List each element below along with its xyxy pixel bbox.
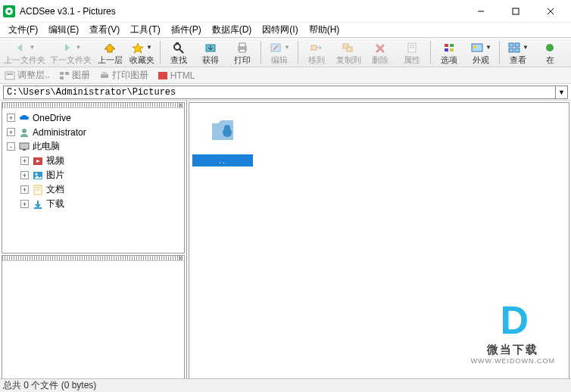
video-icon xyxy=(32,155,44,167)
props-icon xyxy=(405,40,419,55)
toolbar-fav-button[interactable]: ▼收藏夹 xyxy=(126,39,158,66)
expand-toggle[interactable]: + xyxy=(20,171,29,179)
svg-rect-30 xyxy=(509,48,513,52)
tree-node-video[interactable]: +视频 xyxy=(4,154,183,168)
options-icon xyxy=(442,40,456,55)
toolbar-fwd-button: ▼下一文件夹 xyxy=(48,39,94,66)
close-icon[interactable]: × xyxy=(178,101,183,110)
svg-rect-23 xyxy=(450,44,454,47)
preview-panel-grip[interactable]: × xyxy=(2,256,184,261)
svg-point-1 xyxy=(8,10,11,13)
subtool-1[interactable]: 图册 xyxy=(59,69,90,82)
expand-toggle[interactable]: + xyxy=(20,200,29,208)
svg-rect-33 xyxy=(5,72,14,79)
file-list-pane[interactable]: .. D 微当下载 WWW.WEIDOWN.COM xyxy=(189,102,569,384)
toolbar-move-button: 移到 xyxy=(301,39,332,66)
tree-panel-grip[interactable]: × xyxy=(2,103,184,108)
tree-node-dl[interactable]: +下载 xyxy=(4,197,183,211)
toolbar-delete-button: 删除 xyxy=(364,39,396,66)
pics-icon xyxy=(32,170,44,182)
delete-icon xyxy=(373,40,387,55)
menu-f[interactable]: 文件(F) xyxy=(3,22,43,38)
svg-point-46 xyxy=(36,173,38,175)
subtool-3[interactable]: HTML xyxy=(158,70,195,81)
copy-icon xyxy=(342,40,355,55)
close-button[interactable] xyxy=(533,0,568,23)
svg-rect-8 xyxy=(176,42,179,44)
tree-node-pc[interactable]: -此电脑 xyxy=(4,139,183,154)
fwd-icon: ▼ xyxy=(61,40,82,55)
svg-rect-26 xyxy=(472,44,482,51)
thumb-caption: .. xyxy=(192,154,253,166)
tree-node-user[interactable]: +Administrator xyxy=(4,125,183,139)
toolbar-back-button: ▼上一文件夹 xyxy=(2,39,48,66)
menu-v[interactable]: 查看(V) xyxy=(84,22,125,38)
expand-toggle[interactable]: + xyxy=(7,114,15,122)
maximize-button[interactable] xyxy=(498,0,533,23)
expand-toggle[interactable]: - xyxy=(7,142,15,151)
svg-point-32 xyxy=(546,44,554,51)
menu-d[interactable]: 数据库(D) xyxy=(207,22,257,38)
watermark: D 微当下载 WWW.WEIDOWN.COM xyxy=(471,297,555,365)
menu-i[interactable]: 因特网(I) xyxy=(257,22,303,38)
menu-h[interactable]: 帮助(H) xyxy=(304,22,345,38)
path-input[interactable] xyxy=(3,86,556,99)
app-icon xyxy=(3,5,15,17)
toolbar-props-button: 属性 xyxy=(396,39,428,66)
status-text: 总共 0 个文件 (0 bytes) xyxy=(3,379,96,392)
toolbar-options-button[interactable]: 选项 xyxy=(433,39,465,66)
expand-toggle[interactable]: + xyxy=(7,128,15,136)
svg-rect-36 xyxy=(65,72,69,75)
svg-rect-31 xyxy=(515,48,520,52)
window-title: ACDSee v3.1 - Pictures xyxy=(20,6,463,17)
toolbar-find-button[interactable]: 查找 xyxy=(163,39,195,66)
svg-point-41 xyxy=(22,129,27,133)
toolbar-view-button[interactable]: ▼外观 xyxy=(465,39,497,66)
svg-rect-43 xyxy=(23,149,26,151)
svg-rect-11 xyxy=(239,43,245,47)
svg-point-27 xyxy=(473,45,476,48)
close-icon[interactable]: × xyxy=(178,254,183,263)
edit-icon: ▼ xyxy=(269,40,290,55)
path-dropdown[interactable]: ▼ xyxy=(556,86,568,99)
subtool-2[interactable]: 打印图册 xyxy=(99,69,148,82)
tree-node-docs[interactable]: +文档 xyxy=(4,182,183,197)
toolbar-slide-button[interactable]: ▼查看 xyxy=(502,39,534,66)
svg-rect-25 xyxy=(450,48,454,51)
svg-rect-42 xyxy=(20,143,29,149)
parent-folder-item[interactable]: .. xyxy=(192,106,253,166)
svg-rect-3 xyxy=(513,8,519,14)
move-icon xyxy=(310,40,323,55)
user-icon xyxy=(18,126,30,138)
toolbar-at-button[interactable]: 在 xyxy=(534,39,566,66)
svg-rect-16 xyxy=(347,47,352,51)
tree-node-onedrive[interactable]: +OneDrive xyxy=(4,110,183,125)
onedrive-icon xyxy=(18,112,30,124)
svg-point-52 xyxy=(224,125,230,131)
toolbar-copy-button: 复制到 xyxy=(332,39,364,66)
find-icon xyxy=(172,40,186,55)
expand-toggle[interactable]: + xyxy=(20,185,29,194)
expand-toggle[interactable]: + xyxy=(20,157,29,165)
subtool-0[interactable]: 调整层.. xyxy=(5,69,50,82)
svg-rect-12 xyxy=(239,49,245,52)
toolbar-acquire-button[interactable]: 获得 xyxy=(195,39,226,66)
view-icon: ▼ xyxy=(470,40,491,55)
fav-icon: ▼ xyxy=(131,40,152,55)
menu-e[interactable]: 编辑(E) xyxy=(43,22,84,38)
toolbar-print-button[interactable]: 打印 xyxy=(226,39,258,66)
menu-p[interactable]: 插件(P) xyxy=(166,22,207,38)
up-icon xyxy=(103,40,117,55)
toolbar-up-button[interactable]: 上一层 xyxy=(94,39,126,66)
menu-t[interactable]: 工具(T) xyxy=(125,22,165,38)
tree-node-pics[interactable]: +图片 xyxy=(4,168,183,182)
svg-rect-24 xyxy=(445,48,448,51)
folder-up-icon xyxy=(192,106,253,153)
svg-rect-39 xyxy=(102,72,107,75)
svg-rect-40 xyxy=(158,72,167,79)
at-icon xyxy=(543,40,557,55)
minimize-button[interactable] xyxy=(463,0,498,23)
pc-icon xyxy=(18,141,30,153)
toolbar-edit-button: ▼编辑 xyxy=(264,39,295,66)
print-icon xyxy=(236,40,249,55)
